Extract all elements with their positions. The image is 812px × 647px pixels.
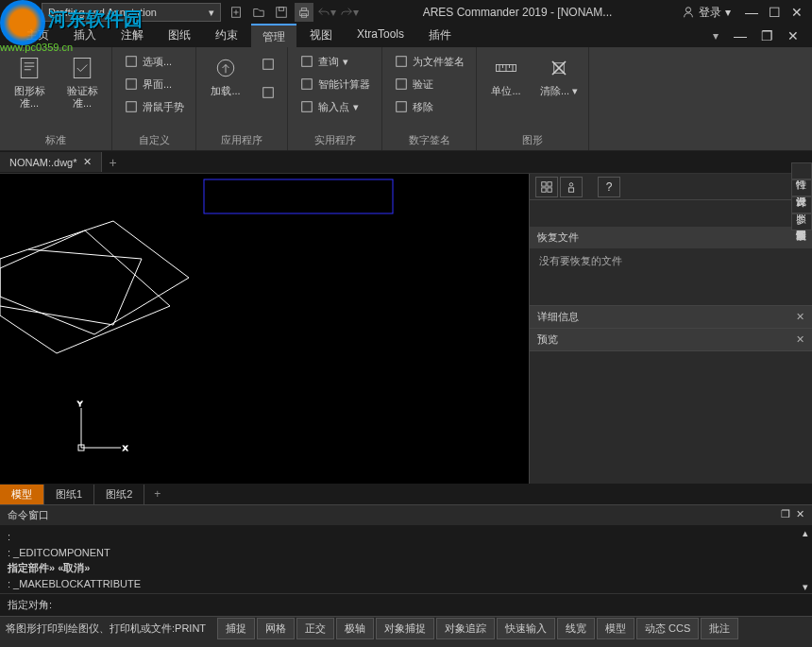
ribbon-group-label: 图形 xyxy=(482,130,583,150)
svg-rect-2 xyxy=(279,8,283,11)
close-button[interactable]: ✕ xyxy=(786,3,808,22)
ribbon-mouse-button[interactable]: 滑鼠手势 xyxy=(118,96,190,117)
menu-tab-插件[interactable]: 插件 xyxy=(417,24,463,49)
ribbon-units-button[interactable]: 单位... xyxy=(482,51,530,101)
grid-view-icon[interactable] xyxy=(535,177,558,197)
menu-tab-管理[interactable]: 管理 xyxy=(251,24,296,49)
status-模型-button[interactable]: 模型 xyxy=(597,618,634,639)
maximize-button[interactable]: ☐ xyxy=(763,3,786,22)
side-tab-设计资源[interactable]: 设计资源 xyxy=(791,179,812,196)
add-tab-button[interactable]: + xyxy=(102,155,125,170)
status-hint: 将图形打印到绘图仪、打印机或文件:PRINT xyxy=(6,621,206,636)
panel-section-header[interactable]: 预览✕ xyxy=(530,329,812,350)
svg-rect-15 xyxy=(302,57,313,67)
clean-icon xyxy=(546,55,572,81)
status-批注-button[interactable]: 批注 xyxy=(701,618,738,639)
ribbon-sign-button[interactable]: 为文件签名 xyxy=(388,51,470,72)
ribbon-group-label: 标准 xyxy=(6,130,106,150)
ribbon-dropdown-icon[interactable]: ▾ xyxy=(706,26,725,45)
ribbon-load-button[interactable]: 加载... xyxy=(202,51,249,101)
undo-icon[interactable]: ▾ xyxy=(317,3,336,22)
close-icon[interactable]: ✕ xyxy=(796,311,804,323)
ribbon-query-button[interactable]: 查询 ▾ xyxy=(294,51,376,72)
menu-tab-主页[interactable]: 主页 xyxy=(15,24,60,49)
help-icon[interactable]: ? xyxy=(598,177,620,197)
side-tab-特性[interactable]: 特性 xyxy=(791,162,812,179)
units-icon xyxy=(493,55,519,81)
layout-tab-图纸2[interactable]: 图纸2 xyxy=(94,485,144,504)
command-input[interactable]: 指定对角: xyxy=(0,593,812,616)
svg-rect-14 xyxy=(263,88,274,98)
menu-tab-注解[interactable]: 注解 xyxy=(110,24,155,49)
doc-minimize-button[interactable]: — xyxy=(729,26,752,45)
sign-icon xyxy=(394,54,409,69)
svg-rect-18 xyxy=(397,57,407,67)
svg-rect-20 xyxy=(397,102,407,112)
new-icon[interactable] xyxy=(227,3,245,22)
status-动态 CCS-button[interactable]: 动态 CCS xyxy=(636,618,699,639)
ribbon-verify2-button[interactable]: 验证 xyxy=(388,74,470,94)
svg-rect-17 xyxy=(302,102,313,112)
ribbon-remove-button[interactable]: 移除 xyxy=(388,96,470,117)
list-view-icon[interactable] xyxy=(560,177,583,197)
mouse-icon xyxy=(124,99,139,114)
ribbon-options-button[interactable]: 选项... xyxy=(118,51,190,72)
close-icon[interactable]: ✕ xyxy=(796,231,804,244)
add-script[interactable] xyxy=(255,79,281,106)
menu-tab-约束[interactable]: 约束 xyxy=(204,24,249,49)
ribbon: 图形标准...验证标准...标准选项...界面...滑鼠手势自定义加载...应用… xyxy=(0,47,812,151)
workspace-dropdown[interactable]: Drafting and Annotation ▾ xyxy=(42,3,221,22)
status-对象捕捉-button[interactable]: 对象捕捉 xyxy=(376,618,434,639)
redo-icon[interactable]: ▾ xyxy=(340,3,359,22)
menu-tab-插入[interactable]: 插入 xyxy=(62,24,108,49)
minimize-button[interactable]: — xyxy=(740,3,763,22)
save-icon[interactable] xyxy=(272,3,291,22)
status-快速输入-button[interactable]: 快速输入 xyxy=(497,618,555,639)
close-icon[interactable]: ✕ xyxy=(83,156,92,168)
scroll-up-icon[interactable]: ▴ xyxy=(803,525,808,541)
login-button[interactable]: 登录▾ xyxy=(676,5,736,21)
svg-rect-10 xyxy=(127,79,137,90)
status-对象追踪-button[interactable]: 对象追踪 xyxy=(436,618,495,639)
add-layout-button[interactable]: + xyxy=(144,485,170,503)
panel-section-header[interactable]: 详细信息✕ xyxy=(530,306,812,328)
chevron-down-icon: ▾ xyxy=(343,56,348,68)
layout-tabs: 模型图纸1图纸2+ xyxy=(0,484,812,504)
drawing-canvas[interactable]: Y X xyxy=(0,174,529,484)
doc-restore-button[interactable]: ❐ xyxy=(755,26,778,45)
ribbon-clean-button[interactable]: 清除... ▾ xyxy=(535,51,583,101)
open-icon[interactable] xyxy=(249,3,268,22)
side-tab-参照[interactable]: 参照 xyxy=(791,196,812,213)
ribbon-verify-button[interactable]: 验证标准... xyxy=(59,51,106,113)
layout-tab-图纸1[interactable]: 图纸1 xyxy=(44,485,94,504)
ribbon-calc-button[interactable]: 智能计算器 xyxy=(294,74,376,94)
cmd-restore-icon[interactable]: ❐ xyxy=(781,508,790,522)
svg-rect-23 xyxy=(204,179,393,213)
status-网格-button[interactable]: 网格 xyxy=(257,618,295,639)
ribbon-point-button[interactable]: 输入点 ▾ xyxy=(294,96,376,117)
menu-tab-XtraTools[interactable]: XtraTools xyxy=(346,24,415,49)
play-arrow[interactable] xyxy=(255,51,281,77)
panel-section-header[interactable]: 恢复文件✕ xyxy=(530,227,812,248)
status-正交-button[interactable]: 正交 xyxy=(296,618,334,639)
svg-rect-34 xyxy=(568,187,573,191)
menu-tab-视图[interactable]: 视图 xyxy=(298,24,344,49)
svg-point-33 xyxy=(569,182,573,186)
ribbon-interface-button[interactable]: 界面... xyxy=(118,74,190,94)
menu-tab-图纸[interactable]: 图纸 xyxy=(157,24,202,49)
command-history[interactable]: : : _EDITCOMPONENT 指定部件» «取消» : _MAKEBLO… xyxy=(0,525,812,593)
close-icon[interactable]: ✕ xyxy=(796,333,804,346)
status-线宽-button[interactable]: 线宽 xyxy=(557,618,595,639)
ribbon-group-label: 数字签名 xyxy=(388,130,470,150)
status-极轴-button[interactable]: 极轴 xyxy=(336,618,374,639)
interface-icon xyxy=(124,77,139,92)
cmd-close-icon[interactable]: ✕ xyxy=(796,508,804,522)
print-icon[interactable] xyxy=(295,3,313,22)
ribbon-standards-button[interactable]: 图形标准... xyxy=(6,51,53,113)
status-捕捉-button[interactable]: 捕捉 xyxy=(217,618,255,639)
side-tab-图形恢复管理器[interactable]: 图形恢复管理器 xyxy=(791,213,812,230)
document-tab[interactable]: NONAM:.dwg* ✕ xyxy=(0,152,102,172)
layout-tab-模型[interactable]: 模型 xyxy=(0,485,44,504)
doc-close-button[interactable]: ✕ xyxy=(782,26,804,45)
scroll-down-icon[interactable]: ▾ xyxy=(803,579,808,594)
